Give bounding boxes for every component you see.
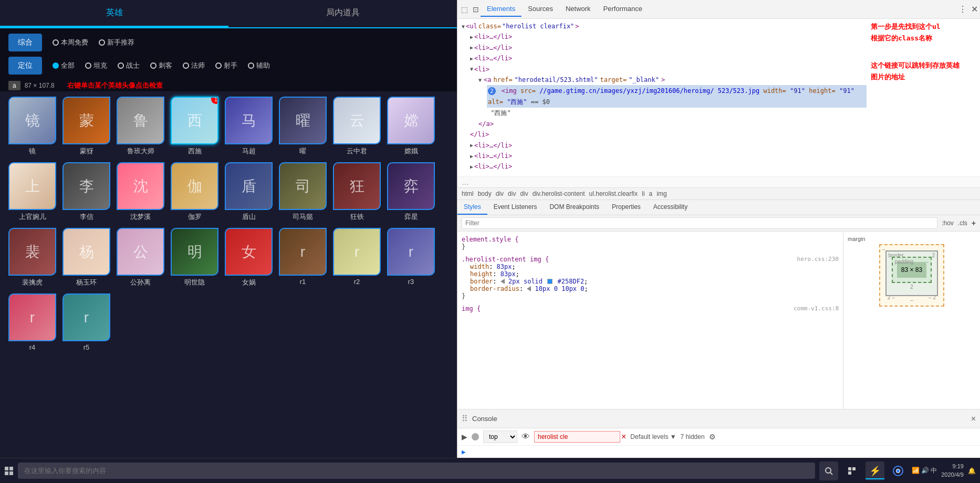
filter-plus[interactable]: +	[972, 219, 976, 227]
tab-elements[interactable]: Elements	[481, 2, 522, 17]
taskbar-task-btn[interactable]	[842, 461, 861, 480]
breadcrumb-item[interactable]: div	[520, 190, 528, 197]
radio-战士[interactable]: 战士	[118, 61, 140, 70]
border-triangle[interactable]	[501, 279, 505, 284]
radio-射手[interactable]: 射手	[215, 61, 237, 70]
hero-avatar-云中君[interactable]: 云	[333, 97, 381, 144]
radio-坦克[interactable]: 坦克	[85, 61, 107, 70]
console-search-input[interactable]	[534, 431, 620, 443]
console-levels-dropdown[interactable]: Default levels ▼	[630, 433, 676, 440]
hero-item-鲁班大师[interactable]: 鲁鲁班大师	[117, 97, 164, 156]
breadcrumb-item[interactable]: img	[656, 190, 666, 197]
console-settings-icon[interactable]: ⚙	[709, 433, 716, 441]
hero-item-杨玉环[interactable]: 杨杨玉环	[62, 228, 110, 287]
hero-avatar-马超[interactable]: 马	[225, 97, 273, 144]
styles-tab-properties[interactable]: Properties	[606, 200, 647, 215]
hero-item-盾山[interactable]: 盾盾山	[225, 162, 273, 222]
radio-新手推荐[interactable]: 新手推荐	[99, 38, 134, 47]
hero-avatar-李信[interactable]: 李	[62, 162, 110, 210]
close-devtools-icon[interactable]: ✕	[971, 4, 978, 14]
hero-item-李信[interactable]: 李李信	[62, 162, 110, 222]
html-img-selected[interactable]: 2 <img src= //game.gtimg.cn/images/yxzj/…	[487, 85, 867, 108]
radio-法师[interactable]: 法师	[183, 61, 205, 70]
hero-item-嫦娥[interactable]: 嫦嫦娥	[387, 97, 435, 156]
tab-performance[interactable]: Performance	[597, 2, 649, 17]
hero-avatar-鲁班大师[interactable]: 鲁	[117, 97, 164, 144]
radio-刺客[interactable]: 刺客	[150, 61, 172, 70]
hero-avatar-狂铁[interactable]: 狂	[333, 162, 381, 210]
play-icon[interactable]: ▶	[462, 433, 467, 441]
tab-items[interactable]: 局内道具	[228, 0, 457, 27]
hero-avatar-司马懿[interactable]: 司	[279, 162, 327, 210]
breadcrumb-item[interactable]: div.herolist-content	[533, 190, 585, 197]
hero-item-司马懿[interactable]: 司司马懿	[279, 162, 327, 222]
hero-item-伽罗[interactable]: 伽伽罗	[171, 162, 218, 222]
color-swatch[interactable]	[547, 279, 552, 284]
console-drag-icon[interactable]: ⠿	[462, 414, 468, 424]
hero-avatar-嫦娥[interactable]: 嫦	[387, 97, 435, 144]
hero-avatar-沈梦溪[interactable]: 沈	[117, 162, 164, 210]
taskbar-game-icon[interactable]: ⚡	[866, 461, 884, 480]
btn-定位[interactable]: 定位	[8, 57, 42, 75]
hero-item-狂铁[interactable]: 狂狂铁	[333, 162, 381, 222]
console-context-dropdown[interactable]: top	[483, 430, 517, 443]
hero-item-西施[interactable]: 1西西施	[171, 97, 218, 156]
breadcrumb-item[interactable]: div	[508, 190, 516, 197]
filter-hov[interactable]: :hov	[942, 219, 954, 227]
taskbar-notifications[interactable]: 🔔	[968, 467, 976, 475]
hero-item-弈星[interactable]: 弈弈星	[387, 162, 435, 222]
border-radius-triangle[interactable]	[527, 286, 531, 291]
hero-avatar-r2[interactable]: r	[333, 228, 381, 276]
filter-cls[interactable]: .cls	[958, 219, 967, 227]
hero-avatar-曜[interactable]: 曜	[279, 97, 327, 144]
hero-item-r1[interactable]: rr1	[279, 228, 327, 287]
taskbar-chrome-icon[interactable]	[889, 461, 908, 480]
hero-avatar-r3[interactable]: r	[387, 228, 435, 276]
hero-avatar-明世隐[interactable]: 明	[171, 228, 218, 276]
hero-item-r4[interactable]: rr4	[8, 293, 56, 351]
styles-tab-accessibility[interactable]: Accessibility	[647, 200, 694, 215]
taskbar-search-btn[interactable]	[819, 461, 838, 480]
hero-item-沈梦溪[interactable]: 沈沈梦溪	[117, 162, 164, 222]
hero-item-明世隐[interactable]: 明明世隐	[171, 228, 218, 287]
radio-辅助[interactable]: 辅助	[248, 61, 270, 70]
hero-avatar-伽罗[interactable]: 伽	[171, 162, 218, 210]
hero-item-r3[interactable]: rr3	[387, 228, 435, 287]
hero-item-曜[interactable]: 曜曜	[279, 97, 327, 156]
hero-avatar-女娲[interactable]: 女	[225, 228, 273, 276]
btn-综合[interactable]: 综合	[8, 34, 42, 51]
styles-tab-event-listeners[interactable]: Event Listeners	[487, 200, 544, 215]
radio-本周免费[interactable]: 本周免费	[53, 38, 88, 47]
tab-sources[interactable]: Sources	[522, 2, 559, 17]
radio-全部[interactable]: 全部	[53, 61, 75, 70]
hero-item-镜[interactable]: 镜镜	[8, 97, 56, 156]
record-icon[interactable]	[472, 433, 479, 440]
styles-filter-input[interactable]	[462, 217, 937, 229]
breadcrumb-item[interactable]: div	[496, 190, 504, 197]
hero-avatar-盾山[interactable]: 盾	[225, 162, 273, 210]
tab-network[interactable]: Network	[559, 2, 597, 17]
tab-hero[interactable]: 英雄	[0, 0, 228, 27]
devtools-inspect-icon[interactable]: ⬚	[460, 5, 469, 14]
hero-item-马超[interactable]: 马马超	[225, 97, 273, 156]
breadcrumb-item[interactable]: body	[478, 190, 492, 197]
hero-avatar-杨玉环[interactable]: 杨	[62, 228, 110, 276]
breadcrumb-item[interactable]: li	[642, 190, 644, 197]
hero-avatar-镜[interactable]: 镜	[8, 97, 56, 144]
console-search-clear[interactable]: ×	[621, 432, 626, 442]
eye-icon[interactable]: 👁	[522, 432, 530, 442]
hero-avatar-弈星[interactable]: 弈	[387, 162, 435, 210]
hero-item-裴擒虎[interactable]: 裴裴擒虎	[8, 228, 56, 287]
hero-item-r5[interactable]: rr5	[62, 293, 110, 351]
styles-tab-styles[interactable]: Styles	[457, 200, 487, 215]
hero-avatar-公孙离[interactable]: 公	[117, 228, 164, 276]
settings-icon[interactable]: ⋮	[958, 4, 967, 14]
hero-avatar-西施[interactable]: 1西	[171, 97, 218, 144]
hero-item-蒙犽[interactable]: 蒙蒙犽	[62, 97, 110, 156]
breadcrumb-item[interactable]: a	[649, 190, 653, 197]
hero-avatar-上官婉儿[interactable]: 上	[8, 162, 56, 210]
hero-item-云中君[interactable]: 云云中君	[333, 97, 381, 156]
hero-avatar-r4[interactable]: r	[8, 293, 56, 341]
hero-avatar-裴擒虎[interactable]: 裴	[8, 228, 56, 276]
hero-avatar-蒙犽[interactable]: 蒙	[62, 97, 110, 144]
